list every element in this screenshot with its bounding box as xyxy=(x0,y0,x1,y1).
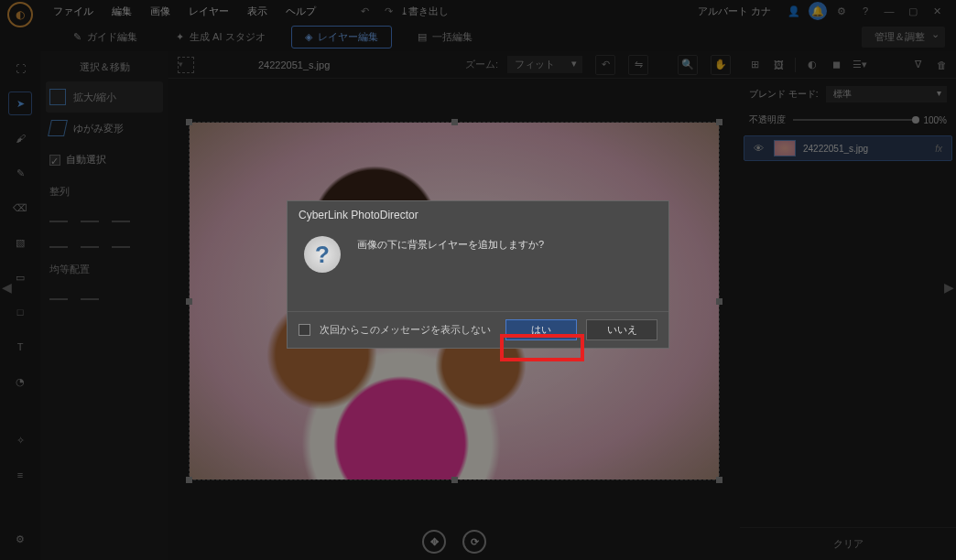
no-button[interactable]: いいえ xyxy=(586,319,657,340)
modal-overlay: CyberLink PhotoDirector ? 画像の下に背景レイヤーを追加… xyxy=(0,0,956,560)
yes-button[interactable]: はい xyxy=(505,319,577,340)
question-icon: ? xyxy=(304,236,341,273)
dialog-title: CyberLink PhotoDirector xyxy=(288,201,668,229)
confirm-dialog: CyberLink PhotoDirector ? 画像の下に背景レイヤーを追加… xyxy=(287,200,669,349)
dont-show-label: 次回からこのメッセージを表示しない xyxy=(320,323,496,337)
dont-show-checkbox[interactable] xyxy=(299,324,310,336)
dialog-message: 画像の下に背景レイヤーを追加しますか? xyxy=(357,236,544,252)
